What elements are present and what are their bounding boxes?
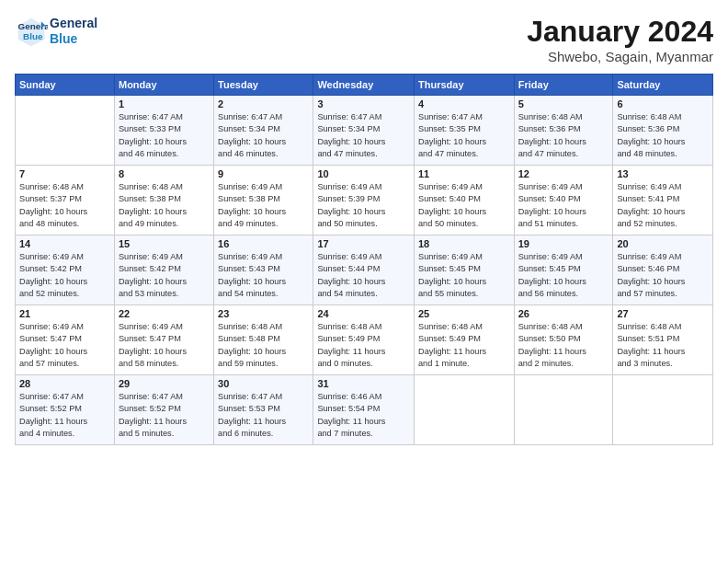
- location-title: Shwebo, Sagain, Myanmar: [527, 49, 713, 64]
- day-number: 9: [218, 168, 309, 179]
- day-info: Sunrise: 6:48 AMSunset: 5:49 PMDaylight:…: [317, 321, 410, 370]
- day-info: Sunrise: 6:48 AMSunset: 5:38 PMDaylight:…: [119, 181, 210, 230]
- calendar-cell: 8Sunrise: 6:48 AMSunset: 5:38 PMDaylight…: [114, 166, 213, 236]
- calendar-cell: 21Sunrise: 6:49 AMSunset: 5:47 PMDayligh…: [16, 305, 115, 375]
- logo-text-line1: General: [50, 16, 97, 31]
- calendar-table: SundayMondayTuesdayWednesdayThursdayFrid…: [15, 74, 713, 445]
- day-info: Sunrise: 6:46 AMSunset: 5:54 PMDaylight:…: [317, 391, 410, 440]
- header: General Blue General Blue January 2024 S…: [15, 15, 713, 64]
- day-info: Sunrise: 6:47 AMSunset: 5:52 PMDaylight:…: [119, 391, 210, 440]
- calendar-cell: 6Sunrise: 6:48 AMSunset: 5:36 PMDaylight…: [613, 96, 713, 166]
- calendar-header-row: SundayMondayTuesdayWednesdayThursdayFrid…: [16, 75, 713, 96]
- day-info: Sunrise: 6:49 AMSunset: 5:44 PMDaylight:…: [317, 251, 410, 300]
- calendar-week-3: 14Sunrise: 6:49 AMSunset: 5:42 PMDayligh…: [16, 236, 713, 305]
- day-number: 26: [518, 308, 609, 319]
- day-number: 7: [19, 168, 110, 179]
- calendar-cell: 7Sunrise: 6:48 AMSunset: 5:37 PMDaylight…: [16, 166, 115, 236]
- day-info: Sunrise: 6:47 AMSunset: 5:34 PMDaylight:…: [317, 111, 410, 160]
- day-number: 8: [119, 168, 210, 179]
- day-info: Sunrise: 6:49 AMSunset: 5:45 PMDaylight:…: [518, 251, 609, 300]
- calendar-cell: [415, 375, 515, 445]
- day-info: Sunrise: 6:47 AMSunset: 5:34 PMDaylight:…: [218, 111, 309, 160]
- calendar-cell: 9Sunrise: 6:49 AMSunset: 5:38 PMDaylight…: [214, 166, 313, 236]
- day-info: Sunrise: 6:49 AMSunset: 5:40 PMDaylight:…: [518, 181, 609, 230]
- calendar-cell: 24Sunrise: 6:48 AMSunset: 5:49 PMDayligh…: [313, 305, 415, 375]
- day-number: 1: [119, 98, 210, 109]
- calendar-week-2: 7Sunrise: 6:48 AMSunset: 5:37 PMDaylight…: [16, 166, 713, 236]
- calendar-cell: 22Sunrise: 6:49 AMSunset: 5:47 PMDayligh…: [114, 305, 213, 375]
- day-number: 23: [218, 308, 309, 319]
- day-number: 18: [418, 238, 510, 249]
- svg-text:General: General: [18, 21, 48, 31]
- day-info: Sunrise: 6:49 AMSunset: 5:40 PMDaylight:…: [418, 181, 510, 230]
- day-info: Sunrise: 6:49 AMSunset: 5:42 PMDaylight:…: [19, 251, 110, 300]
- day-number: 16: [218, 238, 309, 249]
- calendar-cell: 10Sunrise: 6:49 AMSunset: 5:39 PMDayligh…: [313, 166, 415, 236]
- day-number: 21: [19, 308, 110, 319]
- day-info: Sunrise: 6:49 AMSunset: 5:42 PMDaylight:…: [119, 251, 210, 300]
- day-info: Sunrise: 6:48 AMSunset: 5:36 PMDaylight:…: [617, 111, 709, 160]
- day-number: 15: [119, 238, 210, 249]
- day-number: 25: [418, 308, 510, 319]
- calendar-cell: [16, 96, 115, 166]
- day-number: 5: [518, 98, 609, 109]
- calendar-cell: 14Sunrise: 6:49 AMSunset: 5:42 PMDayligh…: [16, 236, 115, 305]
- calendar-cell: 13Sunrise: 6:49 AMSunset: 5:41 PMDayligh…: [613, 166, 713, 236]
- logo-text-line2: Blue: [50, 31, 97, 47]
- day-info: Sunrise: 6:47 AMSunset: 5:52 PMDaylight:…: [19, 391, 110, 440]
- calendar-cell: 30Sunrise: 6:47 AMSunset: 5:53 PMDayligh…: [214, 375, 313, 445]
- calendar-cell: 5Sunrise: 6:48 AMSunset: 5:36 PMDaylight…: [514, 96, 613, 166]
- day-number: 20: [617, 238, 709, 249]
- day-info: Sunrise: 6:47 AMSunset: 5:35 PMDaylight:…: [418, 111, 510, 160]
- calendar-cell: 16Sunrise: 6:49 AMSunset: 5:43 PMDayligh…: [214, 236, 313, 305]
- header-monday: Monday: [114, 75, 213, 96]
- calendar-cell: 2Sunrise: 6:47 AMSunset: 5:34 PMDaylight…: [214, 96, 313, 166]
- calendar-cell: 12Sunrise: 6:49 AMSunset: 5:40 PMDayligh…: [514, 166, 613, 236]
- day-info: Sunrise: 6:49 AMSunset: 5:41 PMDaylight:…: [617, 181, 709, 230]
- calendar-cell: [514, 375, 613, 445]
- calendar-cell: 26Sunrise: 6:48 AMSunset: 5:50 PMDayligh…: [514, 305, 613, 375]
- day-info: Sunrise: 6:48 AMSunset: 5:48 PMDaylight:…: [218, 321, 309, 370]
- day-number: 29: [119, 378, 210, 389]
- day-info: Sunrise: 6:47 AMSunset: 5:33 PMDaylight:…: [119, 111, 210, 160]
- day-info: Sunrise: 6:49 AMSunset: 5:45 PMDaylight:…: [418, 251, 510, 300]
- calendar-cell: 1Sunrise: 6:47 AMSunset: 5:33 PMDaylight…: [114, 96, 213, 166]
- month-title: January 2024: [527, 15, 713, 49]
- header-wednesday: Wednesday: [313, 75, 415, 96]
- calendar-week-4: 21Sunrise: 6:49 AMSunset: 5:47 PMDayligh…: [16, 305, 713, 375]
- day-info: Sunrise: 6:47 AMSunset: 5:53 PMDaylight:…: [218, 391, 309, 440]
- day-info: Sunrise: 6:49 AMSunset: 5:38 PMDaylight:…: [218, 181, 309, 230]
- calendar-cell: 27Sunrise: 6:48 AMSunset: 5:51 PMDayligh…: [613, 305, 713, 375]
- calendar-cell: 18Sunrise: 6:49 AMSunset: 5:45 PMDayligh…: [415, 236, 515, 305]
- day-number: 2: [218, 98, 309, 109]
- day-number: 4: [418, 98, 510, 109]
- calendar-cell: 29Sunrise: 6:47 AMSunset: 5:52 PMDayligh…: [114, 375, 213, 445]
- day-number: 14: [19, 238, 110, 249]
- calendar-cell: 3Sunrise: 6:47 AMSunset: 5:34 PMDaylight…: [313, 96, 415, 166]
- day-info: Sunrise: 6:49 AMSunset: 5:47 PMDaylight:…: [19, 321, 110, 370]
- header-thursday: Thursday: [415, 75, 515, 96]
- calendar-week-1: 1Sunrise: 6:47 AMSunset: 5:33 PMDaylight…: [16, 96, 713, 166]
- calendar-cell: 17Sunrise: 6:49 AMSunset: 5:44 PMDayligh…: [313, 236, 415, 305]
- calendar-cell: 11Sunrise: 6:49 AMSunset: 5:40 PMDayligh…: [415, 166, 515, 236]
- day-number: 11: [418, 168, 510, 179]
- calendar-cell: 15Sunrise: 6:49 AMSunset: 5:42 PMDayligh…: [114, 236, 213, 305]
- calendar-cell: 4Sunrise: 6:47 AMSunset: 5:35 PMDaylight…: [415, 96, 515, 166]
- day-number: 12: [518, 168, 609, 179]
- day-info: Sunrise: 6:49 AMSunset: 5:39 PMDaylight:…: [317, 181, 410, 230]
- day-info: Sunrise: 6:48 AMSunset: 5:49 PMDaylight:…: [418, 321, 510, 370]
- calendar-week-5: 28Sunrise: 6:47 AMSunset: 5:52 PMDayligh…: [16, 375, 713, 445]
- header-sunday: Sunday: [16, 75, 115, 96]
- logo: General Blue General Blue: [15, 15, 97, 48]
- header-friday: Friday: [514, 75, 613, 96]
- day-number: 31: [317, 378, 410, 389]
- day-number: 28: [19, 378, 110, 389]
- calendar-cell: 23Sunrise: 6:48 AMSunset: 5:48 PMDayligh…: [214, 305, 313, 375]
- day-number: 17: [317, 238, 410, 249]
- calendar-cell: [613, 375, 713, 445]
- day-info: Sunrise: 6:48 AMSunset: 5:50 PMDaylight:…: [518, 321, 609, 370]
- day-number: 3: [317, 98, 410, 109]
- header-tuesday: Tuesday: [214, 75, 313, 96]
- day-info: Sunrise: 6:48 AMSunset: 5:37 PMDaylight:…: [19, 181, 110, 230]
- title-block: January 2024 Shwebo, Sagain, Myanmar: [527, 15, 713, 64]
